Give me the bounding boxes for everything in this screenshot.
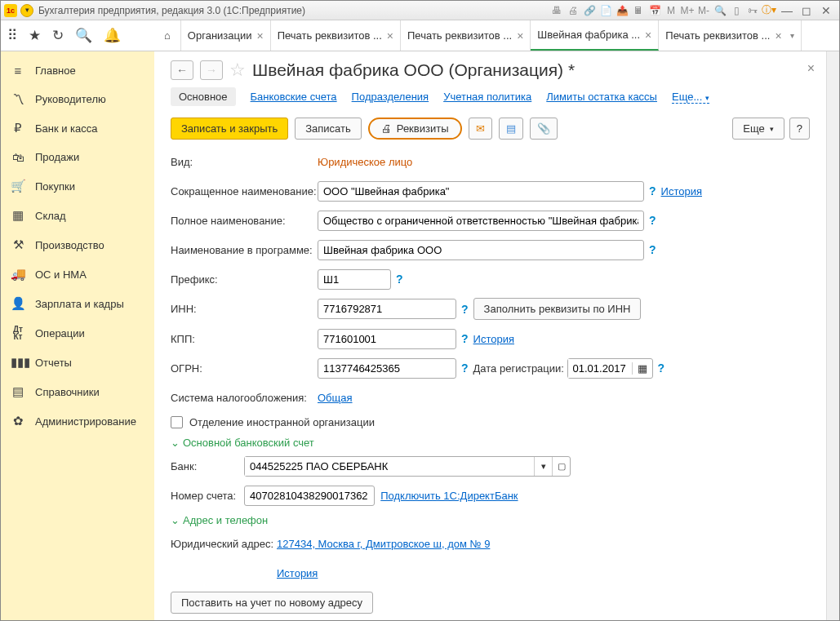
sidebar-item-production[interactable]: ⚒Производство — [1, 230, 154, 259]
new-address-button[interactable]: Поставить на учет по новому адресу — [171, 592, 373, 614]
mail-button[interactable]: ✉ — [469, 118, 492, 140]
bank-input[interactable] — [245, 457, 534, 476]
toolbar-calc-icon[interactable]: 🖩 — [630, 3, 647, 18]
subtab-policy[interactable]: Учетная политика — [443, 91, 531, 103]
tab-close-icon[interactable]: × — [387, 29, 393, 42]
tab-home[interactable]: ⌂ — [154, 20, 181, 51]
bank-select[interactable]: ▾ ▢ — [244, 456, 571, 477]
nav-forward-button[interactable]: → — [200, 60, 223, 80]
open-icon[interactable]: ▢ — [552, 457, 570, 476]
regdate-input[interactable] — [568, 359, 632, 378]
toolbar-panel-icon[interactable]: ▯ — [728, 3, 744, 18]
help-icon[interactable]: ? — [649, 214, 656, 227]
toolbar-print-icon[interactable]: 🖨 — [565, 3, 581, 18]
foreign-checkbox[interactable] — [171, 416, 183, 428]
kpp-history-link[interactable]: История — [473, 333, 514, 345]
sidebar-item-warehouse[interactable]: ▦Склад — [1, 201, 154, 230]
help-icon[interactable]: ? — [649, 184, 656, 197]
help-icon[interactable]: ? — [461, 303, 469, 316]
toolbar-zoom-icon[interactable]: 🔍 — [712, 3, 728, 18]
apps-icon[interactable]: ⠿ — [7, 27, 17, 44]
tab-dropdown-icon[interactable]: ▾ — [787, 31, 794, 40]
window-minimize[interactable]: — — [777, 3, 797, 18]
toolbar-key-icon[interactable]: 🗝 — [744, 3, 761, 18]
dropdown-icon[interactable]: ▾ — [534, 457, 552, 476]
subtab-more[interactable]: Еще... ▾ — [672, 91, 709, 104]
bank-section-header[interactable]: ⌄Основной банковский счет — [171, 437, 810, 449]
address-section-header[interactable]: ⌄Адрес и телефон — [171, 514, 810, 526]
tab-1[interactable]: Печать реквизитов ...× — [271, 20, 401, 51]
favorite-star-icon[interactable]: ☆ — [229, 60, 246, 81]
help-icon[interactable]: ? — [461, 332, 469, 345]
tab-close-icon[interactable]: × — [517, 29, 523, 42]
window-close[interactable]: ✕ — [816, 3, 836, 18]
list-button[interactable]: ▤ — [499, 118, 523, 140]
sidebar-item-manager[interactable]: 〽Руководителю — [1, 85, 154, 113]
inn-input[interactable] — [318, 299, 456, 319]
tab-close-icon[interactable]: × — [775, 29, 781, 42]
help-icon[interactable]: ? — [461, 362, 469, 375]
scrollbar[interactable] — [826, 51, 839, 620]
fullname-input[interactable] — [318, 211, 644, 231]
toolbar-doc-icon[interactable]: 📄 — [598, 3, 614, 18]
sidebar-item-assets[interactable]: 🚚ОС и НМА — [1, 259, 154, 289]
fill-inn-button[interactable]: Заполнить реквизиты по ИНН — [473, 298, 642, 320]
requisites-button[interactable]: 🖨Реквизиты — [368, 118, 462, 140]
save-button[interactable]: Записать — [295, 118, 362, 140]
tab-2[interactable]: Печать реквизитов ...× — [401, 20, 531, 51]
progname-input[interactable] — [318, 240, 644, 260]
help-button[interactable]: ? — [789, 118, 810, 140]
tax-link[interactable]: Общая — [318, 392, 353, 404]
toolbar-m[interactable]: M — [663, 3, 679, 18]
history-icon[interactable]: ↻ — [52, 27, 64, 44]
nav-back-button[interactable]: ← — [171, 60, 193, 80]
search-icon[interactable]: 🔍 — [75, 27, 92, 44]
ogrn-input[interactable] — [318, 358, 456, 379]
calendar-icon[interactable]: ▦ — [632, 362, 652, 375]
sidebar-item-reports[interactable]: ▮▮▮Отчеты — [1, 348, 154, 377]
prefix-input[interactable] — [318, 269, 391, 290]
sidebar-item-main[interactable]: ≡Главное — [1, 56, 154, 85]
window-maximize[interactable]: ◻ — [797, 3, 816, 18]
toolbar-export-icon[interactable]: 📤 — [614, 3, 630, 18]
tab-4[interactable]: Печать реквизитов ...×▾ — [659, 20, 801, 51]
sidebar-item-bank[interactable]: ₽Банк и касса — [1, 113, 154, 143]
toolbar-link-icon[interactable]: 🔗 — [581, 3, 598, 18]
toolbar-mplus[interactable]: M+ — [679, 3, 696, 18]
sidebar-item-operations[interactable]: ДтКтОперации — [1, 318, 154, 348]
shortname-input[interactable] — [318, 181, 644, 202]
directbank-link[interactable]: Подключить 1С:ДиректБанк — [380, 490, 518, 502]
subtab-divisions[interactable]: Подразделения — [352, 91, 429, 103]
sidebar-item-sales[interactable]: 🛍Продажи — [1, 143, 154, 171]
help-icon[interactable]: ? — [649, 243, 656, 256]
save-close-button[interactable]: Записать и закрыть — [171, 118, 288, 140]
toolbar-info-icon[interactable]: ⓘ▾ — [761, 3, 777, 18]
page-close-button[interactable]: × — [807, 61, 815, 76]
help-icon[interactable]: ? — [396, 273, 403, 286]
sidebar-item-purchases[interactable]: 🛒Покупки — [1, 171, 154, 201]
subtab-bank[interactable]: Банковские счета — [251, 91, 337, 103]
toolbar-calendar-icon[interactable]: 📅 — [647, 3, 663, 18]
favorite-icon[interactable]: ★ — [29, 27, 41, 44]
account-input[interactable] — [244, 486, 375, 506]
app-menu-dropdown[interactable]: ▾ — [20, 4, 33, 17]
tab-0[interactable]: Организации× — [181, 20, 271, 51]
sidebar-item-admin[interactable]: ✿Администрирование — [1, 406, 154, 436]
subtab-limits[interactable]: Лимиты остатка кассы — [546, 91, 657, 103]
attach-button[interactable]: 📎 — [530, 118, 558, 140]
tab-3[interactable]: Швейная фабрика ...× — [531, 20, 659, 51]
toolbar-save-icon[interactable]: 🖶 — [549, 3, 565, 18]
history-link[interactable]: История — [661, 185, 702, 197]
sidebar-item-salary[interactable]: 👤Зарплата и кадры — [1, 289, 154, 318]
bell-icon[interactable]: 🔔 — [104, 27, 121, 44]
more-actions-button[interactable]: Еще ▾ — [732, 118, 784, 140]
tab-close-icon[interactable]: × — [257, 29, 264, 42]
help-icon[interactable]: ? — [658, 362, 665, 375]
subtab-main[interactable]: Основное — [171, 87, 236, 106]
kpp-input[interactable] — [318, 329, 456, 349]
tab-close-icon[interactable]: × — [645, 29, 651, 42]
sidebar-item-catalogs[interactable]: ▤Справочники — [1, 377, 154, 406]
toolbar-mminus[interactable]: M- — [696, 3, 712, 18]
regdate-field[interactable]: ▦ — [567, 358, 653, 379]
addr-history-link[interactable]: История — [277, 567, 318, 579]
